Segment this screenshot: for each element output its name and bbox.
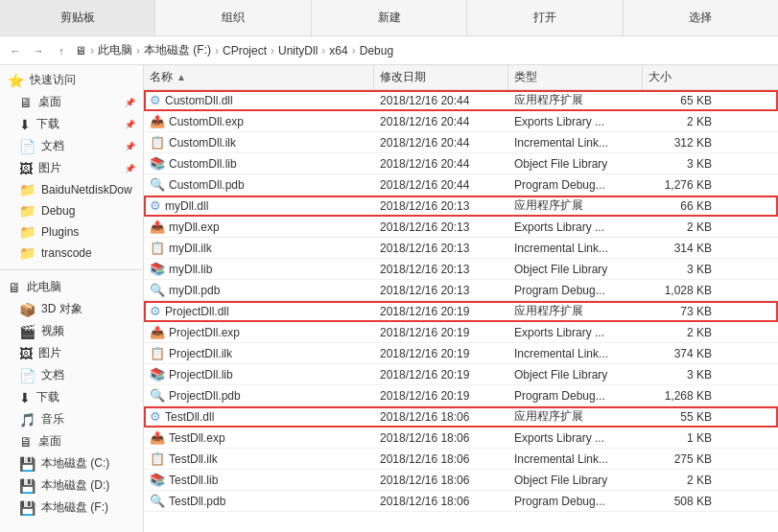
up-button[interactable]: ↑ (52, 41, 71, 60)
table-row[interactable]: 📚 CustomDll.lib 2018/12/16 20:44 Object … (144, 153, 778, 174)
table-row[interactable]: 📋 ProjectDll.ilk 2018/12/16 20:19 Increm… (144, 343, 778, 364)
file-name-cell: ⚙ TestDll.dll (144, 407, 374, 426)
sidebar-item-videos[interactable]: 🎬 视频 (0, 320, 143, 342)
file-rows: ⚙ CustomDll.dll 2018/12/16 20:44 应用程序扩展 … (144, 90, 778, 512)
toolbar-group[interactable]: 剪贴板 (0, 0, 155, 35)
file-size: 73 KB (643, 303, 719, 320)
breadcrumb-cproject[interactable]: CProject (223, 44, 267, 58)
file-type: 应用程序扩展 (508, 301, 643, 321)
table-row[interactable]: 🔍 CustomDll.pdb 2018/12/16 20:44 Program… (144, 174, 778, 196)
table-row[interactable]: ⚙ TestDll.dll 2018/12/16 18:06 应用程序扩展 55… (144, 406, 778, 428)
table-row[interactable]: ⚙ CustomDll.dll 2018/12/16 20:44 应用程序扩展 … (144, 90, 778, 111)
toolbar-group[interactable]: 组织 (155, 0, 311, 35)
table-row[interactable]: 🔍 myDll.pdb 2018/12/16 20:13 Program Deb… (144, 280, 778, 301)
sidebar-item-pictures[interactable]: 🖼 图片 📌 (0, 157, 143, 179)
downloads2-icon: ⬇ (19, 390, 31, 405)
sidebar-divider (0, 269, 143, 270)
file-size: 3 KB (643, 366, 719, 383)
table-row[interactable]: 📚 ProjectDll.lib 2018/12/16 20:19 Object… (144, 364, 778, 385)
file-date: 2018/12/16 20:44 (374, 134, 508, 151)
file-date: 2018/12/16 20:13 (374, 240, 508, 257)
table-row[interactable]: 🔍 ProjectDll.pdb 2018/12/16 20:19 Progra… (144, 385, 778, 406)
exp-icon: 📤 (150, 430, 165, 445)
sidebar-item-downloads[interactable]: ⬇ 下载 📌 (0, 113, 143, 135)
breadcrumb-unitydll[interactable]: UnityDll (278, 44, 318, 58)
table-row[interactable]: 📚 myDll.lib 2018/12/16 20:13 Object File… (144, 259, 778, 280)
ilk-icon: 📋 (150, 241, 165, 255)
sidebar-item-ddrive[interactable]: 💾 本地磁盘 (D:) (0, 474, 143, 497)
sidebar-item-cdrive[interactable]: 💾 本地磁盘 (C:) (0, 452, 143, 474)
file-name: ProjectDll.lib (169, 368, 233, 382)
file-name-cell: 📋 myDll.ilk (144, 239, 374, 257)
file-date: 2018/12/16 20:13 (374, 219, 508, 236)
file-name-cell: ⚙ CustomDll.dll (144, 91, 374, 109)
toolbar-group[interactable]: 选择 (624, 0, 778, 35)
sidebar-item-documents2[interactable]: 📄 文档 (0, 364, 143, 386)
table-row[interactable]: 📋 myDll.ilk 2018/12/16 20:13 Incremental… (144, 238, 778, 259)
file-name: myDll.lib (169, 263, 212, 276)
file-name: myDll.exp (169, 220, 220, 234)
sidebar-item-transcode[interactable]: 📁 transcode (0, 243, 143, 264)
sidebar-item-pictures2[interactable]: 🖼 图片 (0, 342, 143, 364)
sidebar-item-3dobjects[interactable]: 📦 3D 对象 (0, 298, 143, 320)
file-name-cell: 🔍 myDll.pdb (144, 281, 374, 299)
file-size: 1 KB (643, 429, 719, 447)
sidebar: ⭐ 快速访问 🖥 桌面 📌 ⬇ 下载 📌 📄 文档 📌 🖼 图片 � (0, 65, 144, 532)
table-row[interactable]: 🔍 TestDll.pdb 2018/12/16 18:06 Program D… (144, 491, 778, 512)
table-row[interactable]: 📋 TestDll.ilk 2018/12/16 18:06 Increment… (144, 449, 778, 470)
file-type: Object File Library (508, 472, 643, 489)
sidebar-item-desktop2[interactable]: 🖥 桌面 (0, 430, 143, 452)
file-type: 应用程序扩展 (508, 196, 643, 216)
sidebar-quick-access-header[interactable]: ⭐ 快速访问 (0, 69, 143, 91)
breadcrumb-pc[interactable]: 此电脑 (98, 42, 132, 58)
col-header-size[interactable]: 大小 (643, 65, 719, 89)
breadcrumb-debug[interactable]: Debug (360, 44, 393, 58)
file-date: 2018/12/16 18:06 (374, 493, 508, 510)
table-row[interactable]: 📤 myDll.exp 2018/12/16 20:13 Exports Lib… (144, 217, 778, 238)
sidebar-item-music[interactable]: 🎵 音乐 (0, 408, 143, 430)
file-name-cell: 📚 TestDll.lib (144, 471, 374, 489)
sidebar-item-fdrive[interactable]: 💾 本地磁盘 (F:) (0, 497, 143, 519)
file-size: 66 KB (643, 197, 719, 215)
sidebar-item-documents[interactable]: 📄 文档 📌 (0, 135, 143, 157)
documents2-icon: 📄 (19, 368, 35, 383)
table-row[interactable]: 📚 TestDll.lib 2018/12/16 18:06 Object Fi… (144, 470, 778, 491)
col-header-type[interactable]: 类型 (508, 65, 643, 89)
sidebar-item-downloads2[interactable]: ⬇ 下载 (0, 386, 143, 408)
file-name: TestDll.dll (165, 410, 214, 424)
file-size: 1,028 KB (643, 282, 719, 299)
table-row[interactable]: ⚙ ProjectDll.dll 2018/12/16 20:19 应用程序扩展… (144, 301, 778, 322)
sidebar-computer-header[interactable]: 🖥 此电脑 (0, 276, 143, 298)
table-row[interactable]: 📤 TestDll.exp 2018/12/16 18:06 Exports L… (144, 428, 778, 449)
toolbar-group[interactable]: 打开 (467, 0, 623, 35)
back-button[interactable]: ← (6, 41, 25, 60)
file-type: Object File Library (508, 366, 643, 383)
file-name-cell: 🔍 CustomDll.pdb (144, 175, 374, 194)
file-size: 508 KB (643, 493, 719, 510)
table-row[interactable]: ⚙ myDll.dll 2018/12/16 20:13 应用程序扩展 66 K… (144, 196, 778, 217)
toolbar-group[interactable]: 新建 (312, 0, 467, 35)
sidebar-item-plugins[interactable]: 📁 Plugins (0, 221, 143, 243)
table-row[interactable]: 📋 CustomDll.ilk 2018/12/16 20:44 Increme… (144, 132, 778, 153)
forward-button[interactable]: → (29, 41, 48, 60)
table-row[interactable]: 📤 ProjectDll.exp 2018/12/16 20:19 Export… (144, 322, 778, 343)
file-list-container: 名称 ▲ 修改日期 类型 大小 ⚙ CustomDll.dll 2018/12/… (144, 65, 778, 532)
ilk-icon: 📋 (150, 135, 165, 150)
folder-icon: 📁 (19, 182, 35, 197)
col-header-name[interactable]: 名称 ▲ (144, 65, 374, 89)
file-name: ProjectDll.pdb (169, 389, 241, 403)
file-type: Exports Library ... (508, 429, 643, 447)
file-date: 2018/12/16 18:06 (374, 408, 508, 426)
sidebar-item-baidunetdisk[interactable]: 📁 BaiduNetdiskDow (0, 179, 143, 200)
file-size: 2 KB (643, 324, 719, 341)
ddrive-icon: 💾 (19, 478, 35, 494)
file-size: 2 KB (643, 113, 719, 130)
sidebar-item-debug[interactable]: 📁 Debug (0, 200, 143, 221)
table-row[interactable]: 📤 CustomDll.exp 2018/12/16 20:44 Exports… (144, 111, 778, 132)
sidebar-item-desktop[interactable]: 🖥 桌面 📌 (0, 91, 143, 113)
file-name-cell: 📤 TestDll.exp (144, 428, 374, 447)
col-header-date[interactable]: 修改日期 (374, 65, 508, 89)
breadcrumb-x64[interactable]: x64 (329, 44, 347, 58)
breadcrumb-drive[interactable]: 本地磁盘 (F:) (144, 42, 211, 58)
sort-arrow-icon: ▲ (177, 72, 186, 82)
